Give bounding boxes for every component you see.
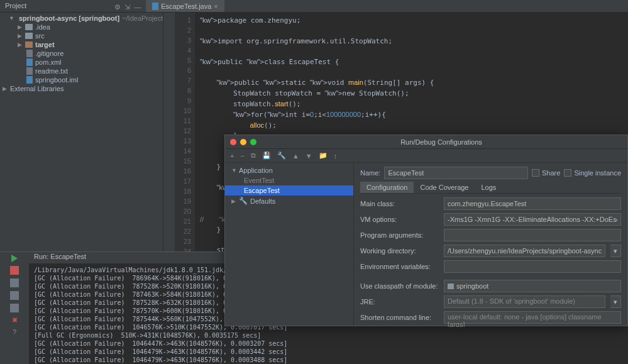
up-icon[interactable]: ▲ xyxy=(292,152,299,160)
root-path: ~/IdeaProjects/springboot-a xyxy=(122,14,163,22)
jre-drop[interactable]: ▾ xyxy=(610,295,621,308)
project-sidebar: ▼ springboot-async [springboot] ~/IdeaPr… xyxy=(0,13,163,251)
tree-item[interactable]: readme.txt xyxy=(0,67,163,75)
wd-label: Working directory: xyxy=(360,247,439,255)
java-file-icon xyxy=(152,3,158,10)
help-icon[interactable]: ? xyxy=(13,328,16,336)
remove-icon[interactable]: − xyxy=(240,152,244,160)
config-escapetest[interactable]: EscapeTest xyxy=(225,185,353,196)
dump-icon[interactable] xyxy=(10,279,19,287)
vm-label: VM options: xyxy=(360,216,439,223)
editor-tab-escapetest[interactable]: EscapeTest.java × xyxy=(146,0,224,12)
args-input[interactable] xyxy=(444,229,621,241)
tree-item[interactable]: ▶target xyxy=(0,40,163,49)
window-close-icon[interactable] xyxy=(230,139,236,145)
tree-item[interactable]: .gitignore xyxy=(0,49,163,58)
close-icon[interactable]: × xyxy=(214,3,218,10)
delete-icon[interactable]: ✖ xyxy=(12,316,18,324)
tab-coverage[interactable]: Code Coverage xyxy=(414,182,475,193)
print-icon[interactable] xyxy=(10,304,19,312)
wrench-icon[interactable]: 🔧 xyxy=(277,152,286,160)
env-label: Environment variables: xyxy=(360,263,439,270)
window-min-icon[interactable] xyxy=(240,139,246,145)
stop-icon[interactable] xyxy=(10,266,19,275)
config-application[interactable]: ▼Application xyxy=(225,165,353,175)
tab-logs[interactable]: Logs xyxy=(475,182,503,193)
save-icon[interactable]: 💾 xyxy=(262,152,271,160)
chevron-down-icon[interactable]: ▼ xyxy=(9,15,14,21)
main-class-input[interactable] xyxy=(444,197,621,210)
down-icon[interactable]: ▼ xyxy=(306,152,312,160)
line-gutter: 1234567891011121314151617181920212223242… xyxy=(175,13,195,251)
chevron-right-icon[interactable]: ▶ xyxy=(3,85,8,92)
cp-label: Use classpath of module: xyxy=(360,282,439,290)
expand-icon[interactable]: ↕ xyxy=(334,152,338,160)
share-label: Share xyxy=(542,169,560,177)
single-checkbox[interactable] xyxy=(564,169,571,177)
vm-input[interactable] xyxy=(444,213,621,226)
wd-input[interactable] xyxy=(444,245,605,257)
config-defaults[interactable]: ▶🔧 Defaults xyxy=(225,196,353,206)
tree-item[interactable]: ▶.idea xyxy=(0,23,163,31)
root-label: springboot-async [springboot] xyxy=(19,14,119,22)
name-label: Name: xyxy=(360,169,380,177)
copy-icon[interactable]: ⧉ xyxy=(251,152,256,160)
tab-configuration[interactable]: Configuration xyxy=(360,182,414,193)
config-eventtest[interactable]: EventTest xyxy=(225,175,353,185)
window-max-icon[interactable] xyxy=(250,139,256,145)
hide-icon[interactable]: — xyxy=(134,3,141,11)
short-label: Shorten command line: xyxy=(360,314,439,321)
settings-icon[interactable]: ⚙ xyxy=(114,3,121,11)
folder-icon[interactable]: 📁 xyxy=(319,152,328,160)
tree-external-libs[interactable]: ▶ External Libraries xyxy=(0,84,163,93)
tree-item[interactable]: springboot.iml xyxy=(0,75,163,84)
single-label: Single instance xyxy=(574,169,621,177)
collapse-icon[interactable]: ⇲ xyxy=(124,3,130,11)
short-select[interactable]: user-local default: none - java [options… xyxy=(444,311,621,324)
tree-item[interactable]: pom.xml xyxy=(0,58,163,67)
editor-left-gutter xyxy=(163,13,175,251)
project-panel-label[interactable]: Project xyxy=(0,0,31,12)
run-icon[interactable] xyxy=(11,255,18,262)
cp-select[interactable]: springboot xyxy=(444,280,621,292)
run-debug-dialog: Run/Debug Configurations + − ⧉ 💾 🔧 ▲ ▼ 📁… xyxy=(224,135,628,326)
tree-root[interactable]: ▼ springboot-async [springboot] ~/IdeaPr… xyxy=(0,14,163,23)
ext-label: External Libraries xyxy=(10,85,64,92)
tree-item[interactable]: ▶src xyxy=(0,31,163,40)
name-input[interactable] xyxy=(384,167,528,179)
jre-label: JRE: xyxy=(360,298,439,306)
env-input[interactable] xyxy=(444,260,621,273)
layout-icon[interactable] xyxy=(10,291,19,300)
jre-select[interactable]: Default (1.8 - SDK of 'springboot' modul… xyxy=(444,295,605,308)
share-checkbox[interactable] xyxy=(532,169,539,177)
dialog-title: Run/Debug Configurations xyxy=(260,138,622,146)
main-class-label: Main class: xyxy=(360,200,439,207)
wd-browse[interactable]: ▾ xyxy=(610,245,621,257)
tab-label: EscapeTest.java xyxy=(161,3,211,10)
args-label: Program arguments: xyxy=(360,231,439,239)
add-icon[interactable]: + xyxy=(230,152,234,160)
